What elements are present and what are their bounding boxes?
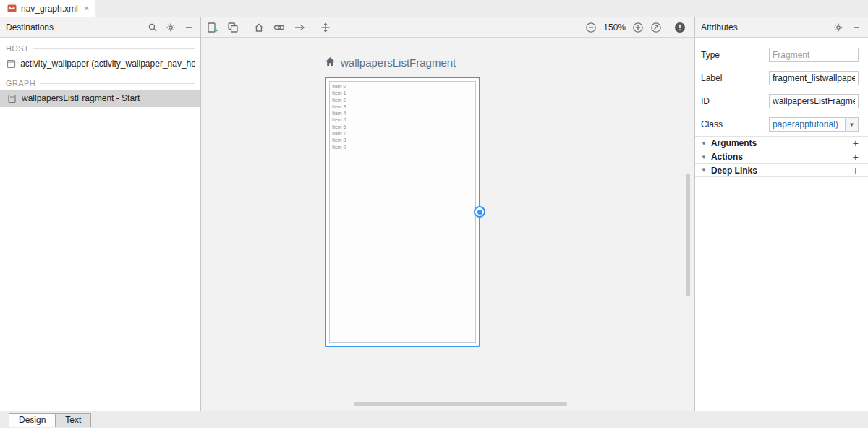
destination-item-activity[interactable]: activity_wallpaper (activity_wallpaper_n… [0, 55, 200, 72]
graph-label-text: GRAPH [6, 79, 35, 87]
issues-panel-icon[interactable] [674, 22, 686, 33]
canvas-toolbar: 150% [201, 17, 694, 38]
collapse-triangle-icon[interactable]: ▼ [701, 167, 707, 174]
canvas-horizontal-scrollbar[interactable] [354, 402, 567, 406]
graph-section-label: GRAPH [0, 72, 200, 90]
zoom-out-icon[interactable] [585, 22, 597, 33]
nav-graph-file-icon [6, 3, 17, 14]
preview-list-item: Item 2 [332, 97, 475, 103]
deep-link-icon[interactable] [273, 22, 285, 33]
chevron-down-icon: ▼ [849, 121, 855, 128]
attr-label-type: Type [701, 50, 769, 60]
action-connection-handle[interactable] [474, 206, 485, 218]
class-value: paperapptutorial) [770, 118, 845, 131]
fragment-icon [6, 93, 17, 104]
editor-main-area: Destinations HOST [0, 17, 868, 411]
home-icon[interactable] [253, 22, 265, 33]
attributes-sections: ▼ Arguments + ▼ Actions + ▼ Deep Links + [695, 136, 868, 177]
start-destination-home-icon [325, 56, 336, 69]
preview-list-item: Item 0 [332, 83, 475, 90]
destinations-list: HOST activity_wallpaper (activity_wallpa… [0, 38, 200, 107]
preview-list-item: Item 6 [332, 124, 475, 130]
tab-text[interactable]: Text [55, 413, 91, 427]
attr-label-label: Label [701, 73, 769, 83]
attributes-header-icons [833, 22, 862, 33]
attributes-fields: Type Label ID Class paperapptutorial) [695, 38, 868, 136]
canvas-vertical-scrollbar[interactable] [686, 174, 690, 296]
destinations-panel: Destinations HOST [0, 17, 201, 411]
gear-icon[interactable] [165, 22, 176, 33]
class-combobox[interactable]: paperapptutorial) ▼ [769, 117, 859, 132]
add-destination-icon[interactable] [207, 22, 218, 33]
action-arrow-icon[interactable] [294, 22, 305, 33]
section-deep-links[interactable]: ▼ Deep Links + [695, 163, 868, 177]
section-actions[interactable]: ▼ Actions + [695, 150, 868, 163]
preview-list-item: Item 4 [332, 110, 475, 116]
preview-list-item: Item 1 [332, 90, 475, 96]
fragment-preview[interactable]: Item 0 Item 1 Item 2 Item 3 Item 4 Item … [325, 77, 480, 347]
add-argument-button[interactable]: + [853, 138, 859, 148]
activity-icon [6, 58, 16, 69]
attributes-panel: Attributes Type Label [694, 17, 868, 411]
attr-row-class: Class paperapptutorial) ▼ [701, 113, 859, 136]
host-label-text: HOST [6, 44, 29, 53]
attributes-panel-header: Attributes [695, 17, 868, 38]
nested-graph-icon[interactable] [227, 22, 239, 33]
preview-list-item: Item 9 [332, 144, 475, 150]
editor-mode-bar: Design Text [0, 411, 868, 428]
destinations-header-icons [147, 22, 195, 33]
hide-panel-icon[interactable] [851, 22, 862, 33]
section-label: Deep Links [711, 166, 757, 176]
add-deep-link-button[interactable]: + [853, 166, 859, 176]
android-studio-window: nav_graph.xml × Destinations [0, 0, 868, 17]
editor-tab-title: nav_graph.xml [21, 4, 78, 14]
search-icon[interactable] [147, 22, 158, 33]
design-surface: 150% wallpapersLi [201, 17, 694, 411]
type-input[interactable] [769, 48, 859, 62]
destination-item-label: wallpapersListFragment - Start [22, 93, 140, 103]
zoom-to-fit-icon[interactable] [650, 22, 662, 33]
fragment-header[interactable]: wallpapersListFragment [325, 56, 456, 69]
class-dropdown-button[interactable]: ▼ [845, 118, 858, 131]
attr-row-type: Type [701, 43, 859, 67]
auto-arrange-icon[interactable] [320, 22, 331, 33]
zoom-in-icon[interactable] [632, 22, 644, 33]
preview-list-item: Item 3 [332, 103, 475, 110]
collapse-triangle-icon[interactable]: ▼ [701, 140, 707, 147]
fragment-preview-list: Item 0 Item 1 Item 2 Item 3 Item 4 Item … [329, 81, 476, 343]
tab-close-icon[interactable]: × [84, 4, 90, 13]
zoom-level-label: 150% [603, 22, 626, 33]
destinations-panel-title: Destinations [6, 22, 54, 33]
attr-row-id: ID [701, 90, 859, 113]
destination-item-fragment[interactable]: wallpapersListFragment - Start [0, 90, 200, 107]
design-canvas[interactable]: wallpapersListFragment Item 0 Item 1 Ite… [201, 38, 694, 411]
attr-label-class: Class [701, 119, 769, 129]
label-input[interactable] [769, 71, 859, 85]
canvas-tools-zoom: 150% [585, 22, 689, 33]
section-label: Arguments [711, 138, 757, 148]
section-divider [40, 83, 195, 84]
canvas-tools-left [207, 22, 331, 33]
collapse-triangle-icon[interactable]: ▼ [701, 154, 707, 160]
editor-tab-bar: nav_graph.xml × [0, 0, 868, 17]
preview-list-item: Item 5 [332, 116, 475, 123]
hide-panel-icon[interactable] [183, 22, 195, 33]
attr-row-label: Label [701, 67, 859, 90]
destinations-panel-header: Destinations [0, 17, 200, 38]
editor-tab-nav-graph[interactable]: nav_graph.xml × [0, 0, 95, 17]
tab-design[interactable]: Design [9, 413, 56, 427]
id-input[interactable] [769, 94, 859, 108]
fragment-title-text: wallpapersListFragment [341, 56, 456, 69]
preview-list-item: Item 7 [332, 130, 475, 137]
section-label: Actions [711, 152, 743, 162]
add-action-button[interactable]: + [853, 152, 859, 162]
attr-label-id: ID [701, 96, 769, 106]
gear-icon[interactable] [833, 22, 844, 33]
preview-list-item: Item 8 [332, 137, 475, 143]
destination-item-label: activity_wallpaper (activity_wallpaper_n… [20, 59, 195, 69]
section-divider [33, 48, 195, 49]
section-arguments[interactable]: ▼ Arguments + [695, 136, 868, 150]
host-section-label: HOST [0, 38, 200, 55]
attributes-panel-title: Attributes [701, 22, 738, 33]
